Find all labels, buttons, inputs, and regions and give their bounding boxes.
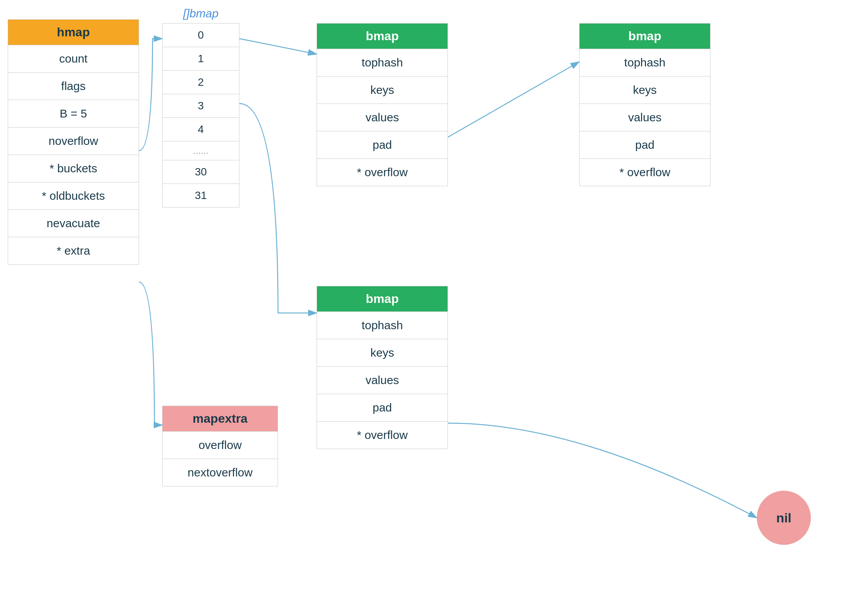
mapextra-field-overflow: overflow [163,431,278,459]
hmap-field-nevacuate: nevacuate [8,209,139,237]
bmap1-field-pad: pad [317,131,448,158]
arrow-buckets-to-array [139,39,162,151]
arrow-array0-to-bmap1 [239,39,317,54]
bmap-array-label: []bmap [162,7,239,20]
bmap3-field-values: values [317,366,448,394]
bmap3-field-tophash: tophash [317,311,448,339]
hmap-header: hmap [8,20,139,45]
arrow-extra-to-mapextra [139,282,162,425]
bmap2-field-overflow: * overflow [580,158,710,186]
bmap-array: 0 1 2 3 4 ...... 30 31 [162,23,239,207]
bmap1-field-tophash: tophash [317,49,448,76]
hmap-box: hmap count flags B = 5 noverflow * bucke… [8,19,139,265]
array-cell-0: 0 [162,23,239,47]
bmap1-header: bmap [317,24,448,49]
mapextra-header: mapextra [163,406,278,431]
array-cell-1: 1 [162,47,239,71]
bmap2-header: bmap [580,24,710,49]
nil-circle: nil [757,491,811,545]
bmap2-field-tophash: tophash [580,49,710,76]
mapextra-box: mapextra overflow nextoverflow [162,406,278,486]
arrow-array4-to-bmap3 [239,104,317,313]
bmap2-field-keys: keys [580,76,710,104]
hmap-field-b: B = 5 [8,100,139,127]
bmap3-field-pad: pad [317,394,448,421]
array-cell-3: 3 [162,94,239,118]
hmap-field-extra: * extra [8,237,139,264]
hmap-field-oldbuckets: * oldbuckets [8,182,139,209]
hmap-field-count: count [8,45,139,72]
bmap1-field-overflow: * overflow [317,158,448,186]
bmap3-field-keys: keys [317,339,448,366]
mapextra-field-nextoverflow: nextoverflow [163,459,278,486]
arrow-bmap1-overflow-to-bmap2 [448,62,579,137]
bmap1-field-keys: keys [317,76,448,104]
bmap2-box: bmap tophash keys values pad * overflow [579,23,710,186]
array-dots: ...... [162,141,239,160]
array-cell-2: 2 [162,71,239,94]
bmap1-box: bmap tophash keys values pad * overflow [317,23,448,186]
hmap-field-noverflow: noverflow [8,127,139,155]
array-cell-30: 30 [162,160,239,184]
array-cell-4: 4 [162,118,239,141]
bmap1-field-values: values [317,104,448,131]
bmap3-header: bmap [317,286,448,311]
bmap3-field-overflow: * overflow [317,421,448,449]
diagram: hmap count flags B = 5 noverflow * bucke… [0,0,868,602]
arrow-bmap3-overflow-to-nil [448,423,757,518]
array-cell-31: 31 [162,184,239,207]
hmap-field-flags: flags [8,72,139,100]
bmap2-field-values: values [580,104,710,131]
hmap-field-buckets: * buckets [8,155,139,182]
bmap3-box: bmap tophash keys values pad * overflow [317,286,448,449]
bmap2-field-pad: pad [580,131,710,158]
